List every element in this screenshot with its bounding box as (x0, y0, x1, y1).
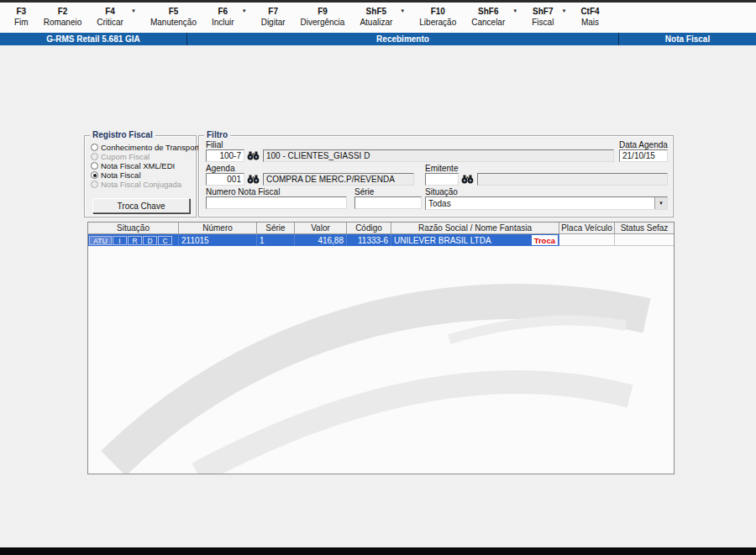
column-header-status-sefaz[interactable]: Status Sefaz (615, 223, 674, 234)
chevron-down-icon: ▼ (561, 8, 566, 13)
combo-dropdown-button[interactable]: ▼ (654, 197, 667, 209)
agenda-lookup-binoculars-icon[interactable] (246, 173, 260, 186)
status-flag-atu: ATU (89, 236, 112, 245)
toolbar-key: F7 (268, 6, 278, 17)
cancelar-dropdown-arrow-icon[interactable]: ▼ (512, 5, 524, 13)
radio-cupom-fiscal: Cupom Fiscal (91, 152, 150, 161)
toolbar-button-romaneio[interactable]: F2 Romaneio (36, 5, 90, 29)
emitente-lookup-binoculars-icon[interactable] (460, 173, 475, 186)
toolbar-button-cancelar[interactable]: ShF6 Cancelar (464, 5, 512, 29)
criticar-dropdown-arrow-icon[interactable]: ▼ (131, 5, 143, 13)
toolbar-label: Fim (14, 17, 29, 28)
toolbar-label: Digitar (261, 17, 286, 28)
toolbar-label: Cancelar (471, 17, 505, 28)
toolbar-key: F2 (58, 6, 68, 17)
toolbar-label: Liberação (419, 17, 456, 28)
numero-nota-fiscal-input[interactable] (206, 196, 347, 209)
serie-cell: 1 (257, 234, 295, 246)
toolbar-key: F10 (431, 6, 445, 17)
toolbar-key: CtF4 (580, 6, 599, 17)
toolbar-button-manutencao[interactable]: F5 Manutenção (143, 5, 204, 29)
status-flag-r: R (128, 236, 142, 245)
toolbar-button-divergencia[interactable]: F9 Divergência (293, 5, 353, 29)
fiscal-dropdown-arrow-icon[interactable]: ▼ (561, 5, 573, 13)
situacao-cell: ATU I R D C (88, 234, 179, 246)
radio-circle-icon (91, 162, 98, 170)
column-header-codigo[interactable]: Código (347, 223, 391, 234)
column-header-placa-veiculo[interactable]: Placa Veículo (559, 223, 615, 234)
column-header-razao-social[interactable]: Razão Social / Nome Fantasia (391, 223, 559, 234)
agenda-label: Agenda (206, 164, 234, 173)
app-title: G-RMS Retail 5.681 GIA (0, 33, 186, 45)
toolbar-label: Mais (581, 17, 599, 28)
agenda-name-field (263, 173, 414, 186)
screen-title: Nota Fiscal (619, 33, 756, 45)
emitente-code-input[interactable] (425, 173, 459, 186)
agenda-code-input[interactable] (206, 173, 244, 186)
column-header-numero[interactable]: Número (179, 223, 257, 234)
valor-cell: 416,88 (295, 234, 347, 246)
radio-circle-icon (91, 171, 98, 179)
atualizar-dropdown-arrow-icon[interactable]: ▼ (400, 5, 412, 13)
status-sefaz-cell (615, 234, 674, 246)
data-agenda-input[interactable] (619, 149, 668, 162)
situacao-label: Situação (425, 187, 458, 196)
situacao-select[interactable]: Todas ▼ (425, 196, 668, 210)
chevron-down-icon: ▼ (400, 8, 405, 13)
codigo-cell: 11333-6 (347, 234, 391, 246)
group-title: Registro Fiscal (90, 130, 155, 140)
toolbar-label: Fiscal (532, 17, 554, 28)
filial-name-field (263, 149, 614, 162)
status-flag-d: D (143, 236, 157, 245)
radio-label: Nota Fiscal Conjugada (101, 180, 181, 189)
emitente-label: Emitente (425, 164, 458, 173)
toolbar-button-digitar[interactable]: F7 Digitar (254, 5, 293, 29)
troca-chave-button[interactable]: Troca Chave (92, 198, 190, 213)
binoculars-icon (461, 175, 474, 184)
serie-input[interactable] (354, 196, 422, 209)
chevron-down-icon: ▼ (659, 201, 664, 206)
toolbar-key: F9 (318, 6, 328, 17)
toolbar-button-fiscal[interactable]: ShF7 Fiscal (524, 5, 561, 29)
toolbar-button-incluir[interactable]: F6 Incluir (204, 5, 242, 29)
troca-badge: Troca (532, 235, 558, 245)
radio-nota-fiscal[interactable]: Nota Fiscal (91, 170, 141, 180)
toolbar-label: Criticar (97, 17, 123, 28)
incluir-dropdown-arrow-icon[interactable]: ▼ (242, 5, 254, 13)
toolbar-key: F5 (169, 6, 179, 17)
radio-circle-icon (91, 153, 98, 160)
toolbar-button-fim[interactable]: F3 Fim (7, 5, 36, 29)
chevron-down-icon: ▼ (131, 8, 136, 13)
radio-nota-fiscal-conjugada: Nota Fiscal Conjugada (91, 180, 181, 189)
toolbar-key: ShF5 (366, 6, 386, 17)
serie-label: Série (354, 187, 374, 196)
toolbar-key: F6 (218, 6, 228, 17)
module-title: Recebimento (187, 33, 618, 45)
radio-label: Nota Fiscal (101, 170, 141, 180)
filial-code-input[interactable] (206, 149, 244, 162)
column-header-situacao[interactable]: Situação (88, 223, 179, 234)
filial-label: Filial (206, 140, 223, 149)
toolbar-label: Romaneio (44, 17, 82, 28)
column-header-serie[interactable]: Série (257, 223, 295, 234)
filtro-group: Filtro Filial Data Agenda Agenda Em (198, 135, 674, 217)
toolbar-button-liberacao[interactable]: F10 Liberação (412, 5, 464, 29)
radio-conhecimento-transporte[interactable]: Conhecimento de Transporte (91, 143, 204, 152)
radio-label: Nota Fiscal XML/EDI (101, 161, 175, 170)
filial-lookup-binoculars-icon[interactable] (246, 149, 260, 162)
chevron-down-icon: ▼ (242, 8, 247, 13)
toolbar-button-mais[interactable]: CtF4 Mais (573, 5, 606, 29)
toolbar-label: Divergência (301, 17, 345, 28)
toolbar-label: Incluir (212, 17, 234, 28)
toolbar-key: ShF6 (478, 6, 498, 17)
radio-circle-icon (91, 144, 98, 151)
toolbar: F3 Fim F2 Romaneio F4 Criticar ▼ F5 Manu… (0, 3, 756, 33)
grid-row-selected[interactable]: ATU I R D C 211015 1 416,88 11333-6 UNIL… (88, 234, 674, 246)
radio-nota-fiscal-xml-edi[interactable]: Nota Fiscal XML/EDI (91, 161, 175, 170)
chevron-down-icon: ▼ (512, 8, 517, 13)
column-header-valor[interactable]: Valor (295, 223, 347, 234)
toolbar-button-atualizar[interactable]: ShF5 Atualizar (352, 5, 400, 29)
results-grid: Situação Número Série Valor Código Razão… (87, 222, 675, 474)
razao-social-cell: UNILEVER BRASIL LTDA Troca (391, 234, 559, 246)
toolbar-button-criticar[interactable]: F4 Criticar (89, 5, 131, 29)
